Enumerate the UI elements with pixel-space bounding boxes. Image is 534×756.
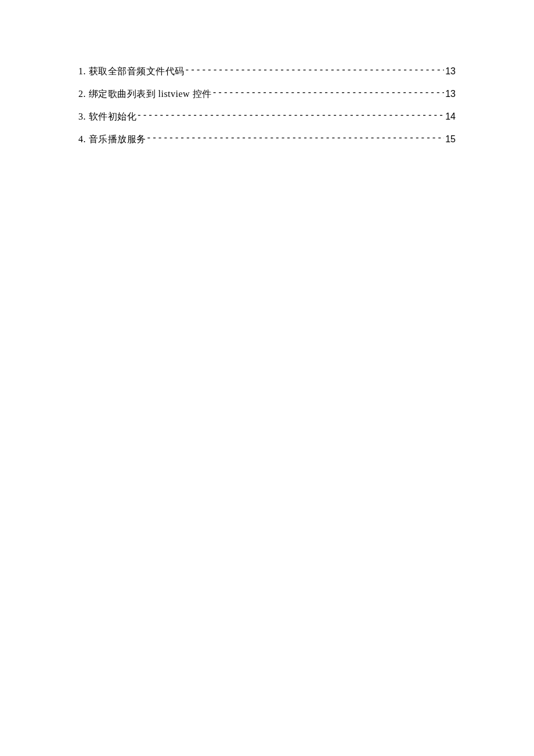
toc-leader <box>212 88 445 97</box>
toc-entry-page: 14 <box>444 112 456 121</box>
toc-entry: 1. 获取全部音频文件代码 13 <box>78 65 456 76</box>
toc-leader <box>136 110 444 120</box>
toc-leader <box>146 133 445 142</box>
toc-entry-page: 15 <box>444 135 456 144</box>
toc-entry: 4. 音乐播放服务 15 <box>78 133 456 144</box>
toc-entry-title: 4. 音乐播放服务 <box>78 135 146 144</box>
toc-leader <box>185 65 445 74</box>
toc-entry-page: 13 <box>444 89 456 99</box>
toc-entry: 3. 软件初始化 14 <box>78 110 456 121</box>
toc-entry: 2. 绑定歌曲列表到 listview 控件 13 <box>78 88 456 99</box>
toc-entry-page: 13 <box>444 67 456 76</box>
toc-entry-title: 3. 软件初始化 <box>78 112 136 121</box>
toc-entry-title: 1. 获取全部音频文件代码 <box>78 67 185 76</box>
toc-container: 1. 获取全部音频文件代码 13 2. 绑定歌曲列表到 listview 控件 … <box>78 65 456 144</box>
toc-entry-title: 2. 绑定歌曲列表到 listview 控件 <box>78 89 212 99</box>
